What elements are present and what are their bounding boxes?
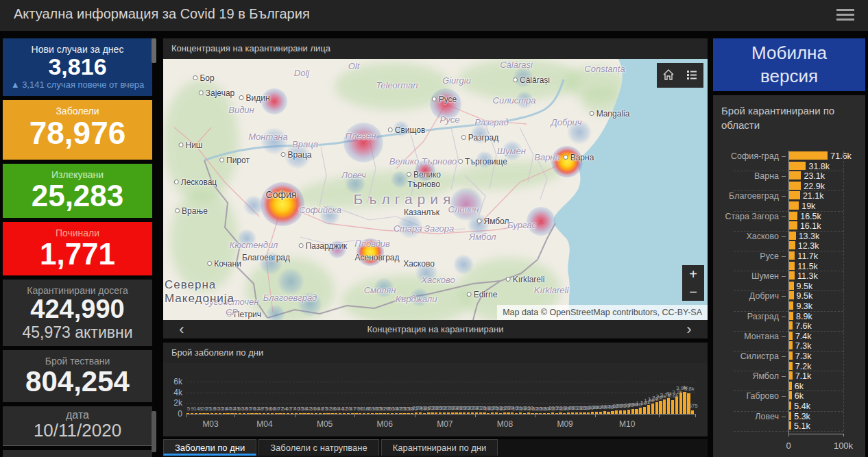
region-row: 7.6k (713, 321, 865, 331)
chart-bar (788, 171, 801, 180)
legend-button[interactable] (680, 63, 703, 88)
chart-bar (635, 409, 638, 414)
mobile-version-label: Мобилна версия (738, 42, 841, 88)
axis-tick (354, 414, 355, 417)
bar-value-label: 9.5k (797, 291, 813, 301)
region-borders (300, 124, 547, 244)
axis-tick (782, 176, 786, 177)
zoom-in-button[interactable]: + (682, 265, 704, 283)
tab-1[interactable]: Заболели с натрупване (258, 439, 379, 456)
bar-value-label: 5 (187, 406, 190, 412)
axis-tick (788, 434, 789, 436)
carousel-next-button[interactable]: › (679, 320, 699, 338)
region-row: Добрич9.5k (713, 291, 865, 301)
chart-bar (531, 413, 533, 414)
chart-bar (615, 410, 618, 414)
map-panel-title: Концентрация на карантинирани лица (163, 38, 708, 59)
chart-bar (399, 413, 402, 414)
chart-bar (347, 413, 350, 414)
chart-bar (306, 413, 309, 414)
chart-bar (427, 412, 430, 414)
bar-value-label: 9.3k (796, 301, 812, 311)
chart-bar (511, 412, 514, 414)
bar-value-label: 16.1k (800, 221, 821, 231)
chart-bar (367, 413, 370, 414)
chart-bar (535, 413, 538, 414)
stat-value: 3,816 (3, 55, 152, 79)
chart-bar (467, 412, 470, 414)
chart-bar (254, 413, 257, 414)
zoom-out-button[interactable]: − (682, 283, 704, 301)
region-row: 22.9k (713, 181, 865, 191)
region-row: Хасково13.3k (713, 231, 865, 241)
daily-chart-panel: Брой заболели по дни 02k4k6kM03M04M05M06… (163, 343, 708, 436)
tab-2[interactable]: Карантинирани по дни (381, 439, 498, 456)
chart-bar (343, 413, 346, 414)
chart-bar (667, 398, 670, 415)
axis-tick (415, 414, 415, 417)
chart-bar (475, 412, 478, 414)
y-axis-line (788, 151, 789, 434)
chart-bar (788, 212, 797, 220)
map-canvas[interactable]: БорЗајечарВидинНишПиротЛесковацВрањеКоча… (163, 59, 708, 320)
chart-bar (499, 413, 502, 414)
bar-value-label: 5.1k (794, 421, 810, 431)
home-button[interactable] (657, 63, 680, 88)
bar-value-label: 22.9k (804, 182, 825, 191)
x-axis-label: M05 (317, 419, 333, 429)
chart-bar (583, 412, 586, 414)
chart-bar (243, 413, 245, 414)
chart-bar (291, 413, 293, 414)
axis-tick (535, 414, 535, 417)
chart-bar (527, 412, 530, 414)
chart-bar (419, 412, 422, 414)
chart-bar (250, 413, 253, 414)
axis-tick (782, 256, 786, 257)
bar-value-label: 5.3k (794, 412, 810, 421)
carousel-prev-button[interactable]: ‹ (171, 320, 192, 338)
sidebar-scrollbar-thumb[interactable] (152, 411, 156, 452)
chart-bar (627, 410, 630, 414)
menu-button[interactable] (836, 9, 854, 22)
chart-bar (547, 413, 550, 414)
stat-title: дата (3, 406, 152, 421)
region-row: Разград8.9k (713, 311, 865, 321)
bar-value-label: 16.5k (800, 212, 821, 221)
mobile-version-button[interactable]: Мобилна версия (713, 38, 865, 91)
region-label: Шумен (713, 271, 779, 281)
x-axis-label: M08 (497, 419, 513, 429)
stat-card-recovered: Излекувани 25,283 (3, 164, 152, 218)
chart-bar (471, 412, 474, 414)
chart-bar (788, 232, 796, 240)
axis-tick (782, 296, 786, 297)
sidebar-scrollbar-thumb[interactable] (152, 38, 156, 63)
x-axis-line (186, 414, 695, 415)
axis-tick (234, 414, 235, 417)
chart-bar (186, 413, 189, 414)
tab-0[interactable]: Заболели по дни (163, 439, 256, 456)
region-label: Ловеч (713, 412, 779, 421)
map-attribution: Map data © OpenStreetMap contributors, C… (497, 305, 708, 320)
bar-value-label: 7.2k (795, 362, 812, 371)
chart-bar (282, 413, 285, 414)
axis-tick (782, 336, 786, 337)
bar-value-label: 8.9k (796, 312, 812, 321)
chart-bar (371, 413, 374, 414)
bar-value-label: 12.3k (798, 241, 819, 251)
chart-bar (543, 413, 546, 414)
region-row: 5.1k (713, 421, 865, 431)
chart-bar (195, 413, 197, 414)
chart-bar (326, 413, 329, 414)
region-row: Ямбол7.1k (713, 371, 865, 381)
chart-bar (234, 413, 237, 414)
chart-bar (515, 413, 518, 414)
chart-bar (495, 412, 498, 414)
partial-card (3, 450, 152, 457)
bar-value-label: 7.1k (795, 371, 812, 381)
stat-card-quarantined: Карантинирани досега 424,990 45,973 акти… (3, 280, 152, 346)
chart-bar (575, 412, 578, 414)
axis-tick (186, 414, 187, 417)
region-chart-panel: Брой карантинирани по области София-град… (713, 95, 865, 457)
hamburger-icon (836, 9, 854, 11)
bar-value-label: 13.3k (799, 232, 820, 241)
